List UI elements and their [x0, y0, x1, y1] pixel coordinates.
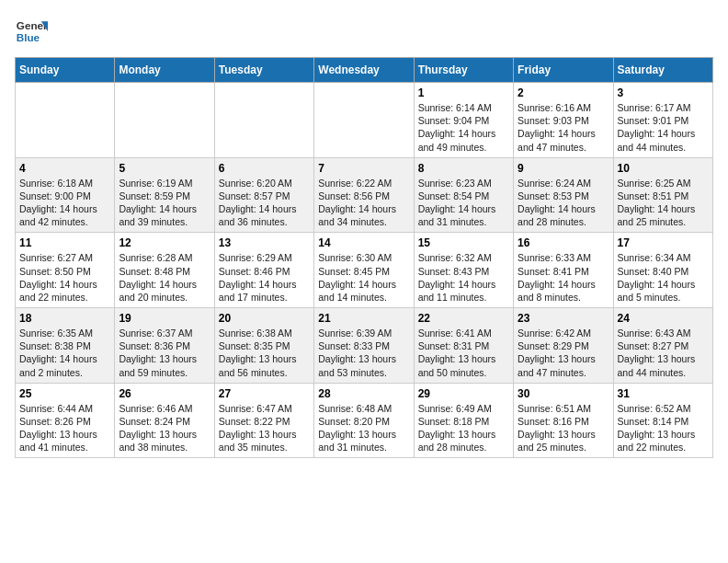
- day-number: 1: [418, 86, 509, 99]
- day-info: Sunrise: 6:23 AM Sunset: 8:54 PM Dayligh…: [418, 177, 509, 229]
- weekday-header-wednesday: Wednesday: [314, 58, 414, 83]
- day-number: 15: [418, 236, 509, 249]
- day-number: 7: [318, 162, 409, 175]
- day-number: 29: [418, 387, 509, 400]
- day-number: 26: [119, 387, 210, 400]
- day-number: 10: [618, 162, 709, 175]
- calendar-week-row: 11Sunrise: 6:27 AM Sunset: 8:50 PM Dayli…: [16, 233, 713, 308]
- calendar-cell: 10Sunrise: 6:25 AM Sunset: 8:51 PM Dayli…: [613, 157, 712, 233]
- day-number: 20: [219, 312, 310, 325]
- calendar-cell: 1Sunrise: 6:14 AM Sunset: 9:04 PM Daylig…: [414, 83, 513, 158]
- day-number: 27: [219, 387, 310, 400]
- day-info: Sunrise: 6:17 AM Sunset: 9:01 PM Dayligh…: [618, 101, 709, 154]
- day-info: Sunrise: 6:22 AM Sunset: 8:56 PM Dayligh…: [318, 177, 409, 229]
- calendar-week-row: 4Sunrise: 6:18 AM Sunset: 9:00 PM Daylig…: [16, 157, 713, 233]
- calendar-week-row: 18Sunrise: 6:35 AM Sunset: 8:38 PM Dayli…: [16, 308, 713, 384]
- calendar-cell: 22Sunrise: 6:41 AM Sunset: 8:31 PM Dayli…: [414, 308, 513, 384]
- calendar-cell: 2Sunrise: 6:16 AM Sunset: 9:03 PM Daylig…: [514, 83, 613, 158]
- day-number: 18: [19, 312, 110, 325]
- calendar-week-row: 25Sunrise: 6:44 AM Sunset: 8:26 PM Dayli…: [16, 383, 713, 458]
- day-info: Sunrise: 6:37 AM Sunset: 8:36 PM Dayligh…: [119, 327, 210, 379]
- calendar-cell: 17Sunrise: 6:34 AM Sunset: 8:40 PM Dayli…: [613, 233, 712, 308]
- day-info: Sunrise: 6:16 AM Sunset: 9:03 PM Dayligh…: [518, 101, 609, 154]
- calendar-cell: 4Sunrise: 6:18 AM Sunset: 9:00 PM Daylig…: [16, 157, 115, 233]
- calendar-week-row: 1Sunrise: 6:14 AM Sunset: 9:04 PM Daylig…: [16, 83, 713, 158]
- svg-text:Blue: Blue: [17, 31, 40, 43]
- day-info: Sunrise: 6:33 AM Sunset: 8:41 PM Dayligh…: [518, 251, 609, 304]
- day-info: Sunrise: 6:44 AM Sunset: 8:26 PM Dayligh…: [19, 402, 110, 454]
- day-number: 21: [318, 312, 409, 325]
- day-number: 2: [518, 86, 609, 99]
- day-info: Sunrise: 6:19 AM Sunset: 8:59 PM Dayligh…: [119, 177, 210, 229]
- day-info: Sunrise: 6:41 AM Sunset: 8:31 PM Dayligh…: [418, 327, 509, 379]
- day-number: 13: [219, 236, 310, 249]
- day-number: 22: [418, 312, 509, 325]
- calendar-cell: 20Sunrise: 6:38 AM Sunset: 8:35 PM Dayli…: [214, 308, 313, 384]
- day-number: 19: [119, 312, 210, 325]
- day-number: 5: [119, 162, 210, 175]
- calendar-cell: 16Sunrise: 6:33 AM Sunset: 8:41 PM Dayli…: [514, 233, 613, 308]
- day-number: 16: [518, 236, 609, 249]
- day-info: Sunrise: 6:52 AM Sunset: 8:14 PM Dayligh…: [618, 402, 709, 454]
- calendar-cell: 9Sunrise: 6:24 AM Sunset: 8:53 PM Daylig…: [514, 157, 613, 233]
- day-info: Sunrise: 6:18 AM Sunset: 9:00 PM Dayligh…: [19, 177, 110, 229]
- day-number: 31: [618, 387, 709, 400]
- day-info: Sunrise: 6:47 AM Sunset: 8:22 PM Dayligh…: [219, 402, 310, 454]
- calendar-cell: 15Sunrise: 6:32 AM Sunset: 8:43 PM Dayli…: [414, 233, 513, 308]
- calendar-cell: [115, 83, 214, 158]
- weekday-header-saturday: Saturday: [613, 58, 712, 83]
- day-info: Sunrise: 6:25 AM Sunset: 8:51 PM Dayligh…: [618, 177, 709, 229]
- day-number: 9: [518, 162, 609, 175]
- day-info: Sunrise: 6:48 AM Sunset: 8:20 PM Dayligh…: [318, 402, 409, 454]
- weekday-header-tuesday: Tuesday: [214, 58, 313, 83]
- weekday-header-row: SundayMondayTuesdayWednesdayThursdayFrid…: [16, 58, 713, 83]
- calendar-cell: 13Sunrise: 6:29 AM Sunset: 8:46 PM Dayli…: [214, 233, 313, 308]
- day-number: 23: [518, 312, 609, 325]
- day-info: Sunrise: 6:51 AM Sunset: 8:16 PM Dayligh…: [518, 402, 609, 454]
- day-number: 3: [618, 86, 709, 99]
- day-info: Sunrise: 6:49 AM Sunset: 8:18 PM Dayligh…: [418, 402, 509, 454]
- calendar-cell: [16, 83, 115, 158]
- calendar-cell: 14Sunrise: 6:30 AM Sunset: 8:45 PM Dayli…: [314, 233, 414, 308]
- day-number: 12: [119, 236, 210, 249]
- page-header: General Blue: [15, 15, 713, 48]
- calendar-cell: 27Sunrise: 6:47 AM Sunset: 8:22 PM Dayli…: [214, 383, 313, 458]
- calendar-cell: 31Sunrise: 6:52 AM Sunset: 8:14 PM Dayli…: [613, 383, 712, 458]
- logo-icon: General Blue: [15, 15, 48, 48]
- calendar-cell: 5Sunrise: 6:19 AM Sunset: 8:59 PM Daylig…: [115, 157, 214, 233]
- weekday-header-thursday: Thursday: [414, 58, 513, 83]
- day-info: Sunrise: 6:24 AM Sunset: 8:53 PM Dayligh…: [518, 177, 609, 229]
- calendar-cell: 18Sunrise: 6:35 AM Sunset: 8:38 PM Dayli…: [16, 308, 115, 384]
- day-info: Sunrise: 6:28 AM Sunset: 8:48 PM Dayligh…: [119, 251, 210, 304]
- day-number: 28: [318, 387, 409, 400]
- day-info: Sunrise: 6:39 AM Sunset: 8:33 PM Dayligh…: [318, 327, 409, 379]
- day-info: Sunrise: 6:34 AM Sunset: 8:40 PM Dayligh…: [618, 251, 709, 304]
- weekday-header-sunday: Sunday: [16, 58, 115, 83]
- day-info: Sunrise: 6:32 AM Sunset: 8:43 PM Dayligh…: [418, 251, 509, 304]
- calendar-cell: 29Sunrise: 6:49 AM Sunset: 8:18 PM Dayli…: [414, 383, 513, 458]
- day-number: 25: [19, 387, 110, 400]
- weekday-header-friday: Friday: [514, 58, 613, 83]
- calendar-cell: 21Sunrise: 6:39 AM Sunset: 8:33 PM Dayli…: [314, 308, 414, 384]
- svg-text:General: General: [17, 19, 48, 31]
- day-number: 8: [418, 162, 509, 175]
- calendar-cell: 19Sunrise: 6:37 AM Sunset: 8:36 PM Dayli…: [115, 308, 214, 384]
- calendar-table: SundayMondayTuesdayWednesdayThursdayFrid…: [15, 57, 713, 458]
- logo: General Blue: [15, 15, 48, 48]
- calendar-cell: 11Sunrise: 6:27 AM Sunset: 8:50 PM Dayli…: [16, 233, 115, 308]
- day-info: Sunrise: 6:14 AM Sunset: 9:04 PM Dayligh…: [418, 101, 509, 154]
- day-number: 30: [518, 387, 609, 400]
- day-info: Sunrise: 6:20 AM Sunset: 8:57 PM Dayligh…: [219, 177, 310, 229]
- calendar-cell: 30Sunrise: 6:51 AM Sunset: 8:16 PM Dayli…: [514, 383, 613, 458]
- calendar-cell: 6Sunrise: 6:20 AM Sunset: 8:57 PM Daylig…: [214, 157, 313, 233]
- day-info: Sunrise: 6:38 AM Sunset: 8:35 PM Dayligh…: [219, 327, 310, 379]
- calendar-cell: 3Sunrise: 6:17 AM Sunset: 9:01 PM Daylig…: [613, 83, 712, 158]
- day-number: 17: [618, 236, 709, 249]
- day-info: Sunrise: 6:30 AM Sunset: 8:45 PM Dayligh…: [318, 251, 409, 304]
- calendar-cell: 12Sunrise: 6:28 AM Sunset: 8:48 PM Dayli…: [115, 233, 214, 308]
- weekday-header-monday: Monday: [115, 58, 214, 83]
- day-info: Sunrise: 6:29 AM Sunset: 8:46 PM Dayligh…: [219, 251, 310, 304]
- day-number: 4: [19, 162, 110, 175]
- calendar-cell: 26Sunrise: 6:46 AM Sunset: 8:24 PM Dayli…: [115, 383, 214, 458]
- calendar-cell: 28Sunrise: 6:48 AM Sunset: 8:20 PM Dayli…: [314, 383, 414, 458]
